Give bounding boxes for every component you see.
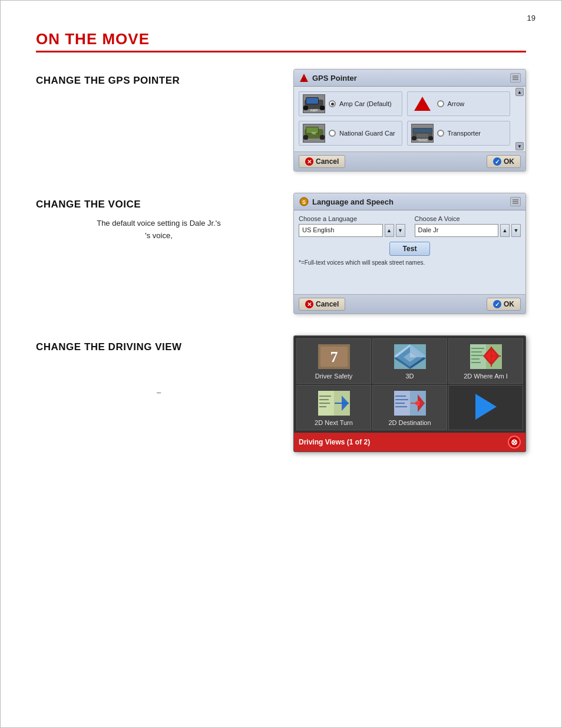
transporter-radio[interactable]	[437, 130, 444, 137]
driving-cell-2d-next[interactable]: 2D Next Turn	[296, 385, 371, 430]
lang-cancel-btn[interactable]: ✕ Cancel	[299, 298, 345, 311]
lang-down-btn[interactable]: ▼	[396, 224, 405, 237]
svg-rect-16	[303, 135, 308, 140]
next-page-icon	[468, 394, 504, 420]
driving-cell-2d-dest[interactable]: 2D Destination	[372, 385, 447, 430]
gps-item-amp-car[interactable]: AMP Amp Car (Default)	[299, 91, 402, 116]
transporter-label: Transporter	[448, 130, 481, 137]
arrow-label: Arrow	[448, 100, 465, 107]
gps-item-transporter[interactable]: TRANS Transporter	[407, 121, 511, 146]
section-voice-left: CHANGE THE VOICE The default voice setti…	[36, 193, 293, 242]
section-driving-view: CHANGE THE DRIVING VIEW – 7	[36, 335, 526, 452]
gps-ok-label: OK	[504, 157, 514, 166]
language-select[interactable]: US English	[299, 224, 383, 237]
lang-ok-icon: ✓	[493, 300, 501, 308]
amp-car-radio[interactable]	[329, 100, 336, 107]
national-guard-radio[interactable]	[329, 130, 336, 137]
svg-rect-45	[471, 351, 482, 353]
driving-cell-next-page[interactable]	[448, 385, 523, 430]
driving-body-text: –	[36, 387, 282, 399]
svg-rect-17	[320, 135, 325, 140]
svg-rect-58	[319, 406, 326, 407]
section-voice-right: S Language and Speech Choose a Language	[293, 193, 526, 314]
lang-spacer	[299, 266, 521, 289]
svg-text:AMP: AMP	[310, 108, 318, 112]
svg-rect-4	[513, 79, 518, 80]
svg-rect-7	[306, 98, 318, 104]
transporter-icon: TRANS	[411, 124, 434, 143]
driving-cell-3d[interactable]: 3D	[372, 338, 447, 384]
gps-footer: ✕ Cancel ✓ OK	[294, 151, 525, 171]
svg-rect-46	[471, 355, 483, 356]
gps-cancel-btn[interactable]: ✕ Cancel	[299, 155, 345, 168]
driving-close-btn[interactable]: ⊗	[508, 436, 521, 449]
voice-select[interactable]: Dale Jr	[415, 224, 499, 237]
svg-rect-28	[513, 199, 518, 200]
lang-ok-btn[interactable]: ✓ OK	[487, 298, 521, 311]
section-gps-pointer: CHANGE THE GPS POINTER GPS Pointer	[36, 69, 526, 172]
2d-where-label: 2D Where Am I	[464, 373, 508, 380]
gps-pointer-subtitle: CHANGE THE GPS POINTER	[36, 75, 282, 87]
ok-icon: ✓	[493, 157, 501, 166]
main-title: ON THE MOVE	[36, 30, 526, 48]
national-guard-label: National Guard Car	[339, 130, 395, 137]
svg-rect-55	[319, 396, 331, 397]
3d-label: 3D	[405, 373, 414, 380]
gps-ok-btn[interactable]: ✓ OK	[487, 155, 521, 168]
scroll-up-btn[interactable]: ▲	[515, 88, 524, 96]
svg-rect-29	[513, 201, 518, 202]
section-driving-right: 7 Driver Safety	[293, 335, 526, 452]
arrow-radio[interactable]	[437, 100, 444, 107]
svg-rect-21	[413, 129, 432, 133]
section-voice: CHANGE THE VOICE The default voice setti…	[36, 193, 526, 314]
section-driving-left: CHANGE THE DRIVING VIEW –	[36, 335, 293, 399]
voice-select-row: Dale Jr ▲ ▼	[415, 224, 521, 237]
gps-cancel-label: Cancel	[316, 157, 339, 166]
gps-item-arrow[interactable]: Arrow	[407, 91, 511, 116]
driving-close-label: ⊗	[511, 437, 518, 447]
svg-rect-2	[513, 75, 518, 77]
driving-cell-2d-where[interactable]: 2D Where Am I	[448, 338, 523, 384]
svg-rect-56	[319, 399, 329, 400]
2d-where-icon	[468, 344, 504, 370]
driving-grid: 7 Driver Safety	[294, 336, 525, 433]
lang-titlebar-icon: S	[299, 196, 309, 207]
svg-rect-44	[471, 348, 484, 349]
svg-rect-66	[395, 406, 407, 407]
svg-rect-64	[395, 399, 408, 400]
lang-titlebar: S Language and Speech	[294, 193, 525, 210]
voice-down-btn[interactable]: ▼	[511, 224, 521, 237]
national-guard-icon: NG	[303, 124, 325, 143]
safety-label: Driver Safety	[315, 373, 353, 380]
scroll-down-btn[interactable]: ▼	[515, 142, 524, 150]
gps-item-national-guard[interactable]: NG National Guard Car	[299, 121, 402, 146]
svg-rect-47	[471, 358, 480, 360]
lang-col-language: Choose a Language US English ▲ ▼	[299, 215, 405, 237]
voice-text-line1: The default voice setting is Dale Jr.'s	[97, 219, 221, 228]
amp-car-icon: AMP	[303, 94, 325, 113]
section-gps-right: GPS Pointer	[293, 69, 526, 172]
svg-text:7: 7	[330, 348, 338, 365]
driving-view-dialog: 7 Driver Safety	[293, 335, 526, 452]
svg-rect-23	[428, 136, 433, 140]
svg-rect-1	[303, 78, 305, 81]
lang-up-btn[interactable]: ▲	[385, 224, 394, 237]
2d-dest-label: 2D Destination	[388, 419, 431, 426]
lang-drag-handle[interactable]	[510, 197, 521, 206]
voice-up-btn[interactable]: ▲	[500, 224, 510, 237]
amp-car-label: Amp Car (Default)	[339, 100, 392, 107]
gps-titlebar-icon	[299, 73, 309, 83]
page-number: 19	[527, 14, 535, 22]
driving-footer-label: Driving Views (1 of 2)	[299, 438, 370, 446]
title-divider	[36, 51, 526, 52]
2d-next-icon	[316, 390, 352, 416]
lang-cancel-label: Cancel	[316, 300, 339, 308]
gps-drag-handle[interactable]	[510, 73, 521, 83]
3d-icon	[392, 344, 428, 370]
next-arrow	[475, 394, 497, 420]
voice-text-line2: 's voice,	[145, 231, 173, 240]
test-button[interactable]: Test	[389, 242, 431, 256]
driving-cell-safety[interactable]: 7 Driver Safety	[296, 338, 371, 384]
svg-rect-24	[416, 134, 428, 137]
driving-subtitle: CHANGE THE DRIVING VIEW	[36, 341, 282, 353]
